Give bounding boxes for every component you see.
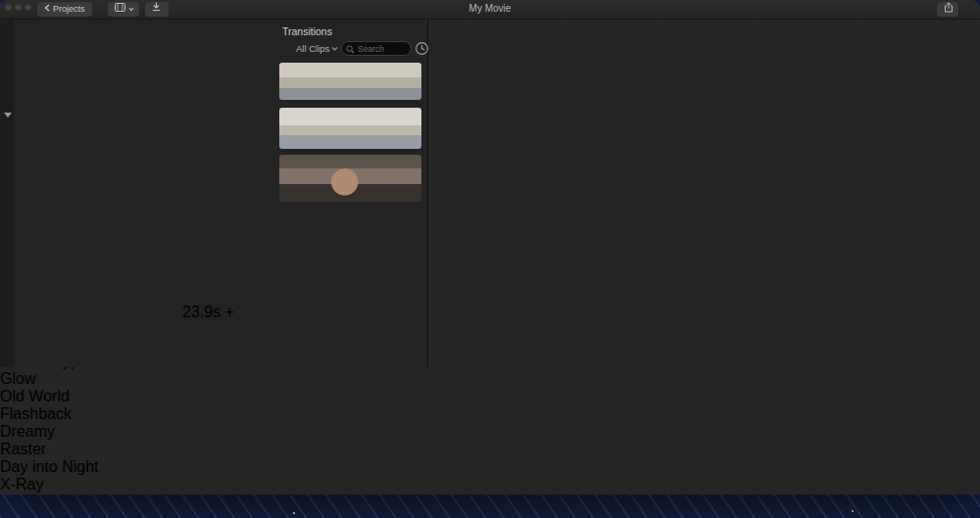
filter-label: X-Ray [0,476,980,494]
filter-option-dreamy[interactable]: Dreamy [0,423,980,441]
filter-label: Negative [0,494,980,494]
browser-clip-park-2[interactable] [279,108,421,149]
filter-option-flashback[interactable]: Flashback [0,405,980,423]
filter-label: Day into Night [0,458,980,476]
disclosure-triangle-icon[interactable] [4,113,12,118]
browser-clip-office-2[interactable] [279,210,421,255]
projects-back-button[interactable]: Projects [37,2,92,17]
share-icon [944,2,954,18]
chevron-down-icon [128,2,134,17]
media-browser-button[interactable] [108,2,139,17]
sidebar-sliver [0,20,14,367]
search-input[interactable] [358,44,409,54]
import-arrow-icon [152,2,161,17]
clip-duration-icon[interactable] [415,41,429,60]
import-button[interactable] [145,2,169,17]
filter-option-raster[interactable]: Raster [0,441,980,458]
browser-clip-office-1[interactable] [279,155,421,202]
share-button[interactable] [937,2,958,17]
clips-filter-dropdown[interactable]: All Clips [296,43,338,54]
search-field[interactable] [341,41,412,56]
projects-label: Projects [53,2,85,17]
browser-clip-selected[interactable]: 23.9s + [182,304,273,354]
add-to-timeline-button[interactable]: + [225,304,234,320]
browser-clip-snow[interactable] [98,306,178,353]
filter-label: Glow [0,370,980,388]
browser-clip-360-3[interactable] [289,259,381,298]
filter-label: Raster [0,441,980,458]
filter-option-old-world[interactable]: Old World [0,388,980,405]
filter-label: Flashback [0,405,980,423]
browser-clip-360-2[interactable] [193,259,285,298]
media-browser-panel: Transitions All Clips 23.9s + [0,20,428,367]
filter-option-negative[interactable]: Negative [0,494,980,494]
clips-filter-label: All Clips [296,43,329,54]
filter-label: Dreamy [0,423,980,441]
filter-label: Old World [0,388,980,405]
filter-option-glow[interactable]: Glow [0,370,980,388]
browser-clip-360-1[interactable] [97,259,189,298]
title-bar: My Movie Projects [0,0,980,20]
tab-transitions[interactable]: Transitions [282,25,332,37]
clip-duration-badge: 23.9s [182,304,220,320]
filmstrip-icon [115,2,125,17]
chevron-left-icon [44,2,50,17]
search-icon [346,40,355,58]
filter-option-day-into-night[interactable]: Day into Night [0,458,980,476]
chevron-down-icon [331,43,338,54]
browser-clip-park-1[interactable] [279,63,421,100]
imovie-window: My Movie Projects Transitions Al [0,0,980,494]
filter-option-x-ray[interactable]: X-Ray [0,476,980,494]
